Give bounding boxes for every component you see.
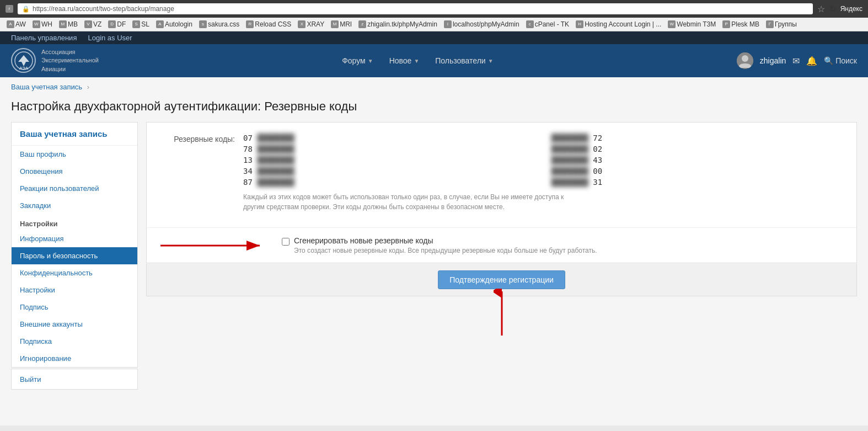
bookmark-aw[interactable]: AAW [4,19,28,29]
lock-icon: 🔒 [22,6,30,13]
bookmark-autologin[interactable]: AAutologin [154,19,195,29]
code-left-1: 78 ████████ [243,145,535,153]
bookmark-favicon-groups: Г [766,20,774,28]
sidebar-item-bookmarks[interactable]: Закладки [12,197,137,214]
bookmark-df[interactable]: DDF [106,19,128,29]
nav-users[interactable]: Пользователи ▼ [428,52,500,70]
breadcrumb: Ваша учетная запись › [0,77,868,97]
sidebar-item-ignore[interactable]: Игнорирование [12,350,137,367]
bookmark-mb[interactable]: MMB [57,19,80,29]
breadcrumb-account[interactable]: Ваша учетная запись [11,83,82,91]
nav-forum[interactable]: Форум ▼ [335,52,379,70]
bookmark-localhost[interactable]: llocalhost/phpMyAdmin [442,19,522,29]
site-nav: Форум ▼ Новое ▼ Пользователи ▼ [335,52,500,70]
bookmark-favicon-localhost: l [444,20,452,28]
sidebar: Ваша учетная запись Ваш профиль Оповещен… [11,122,138,390]
yandex-label: Яндекс [840,5,862,13]
svg-text:АЭА: АЭА [19,66,28,71]
bookmark-groups[interactable]: ГГруппы [764,19,799,29]
search-label[interactable]: 🔍 Поиск [824,56,857,65]
nav-users-arrow: ▼ [488,58,494,64]
svg-point-3 [742,55,748,62]
confirm-button[interactable]: Подтверждение регистрации [438,270,565,289]
bookmark-favicon-wh: W [33,20,40,28]
bookmark-wh[interactable]: WWH [30,19,55,29]
url-text: https://reaa.ru/account/two-step/backup/… [33,5,174,13]
bookmark-favicon-xray: X [298,20,306,28]
bookmark-phpmyadmin[interactable]: zzhigalin.tk/phpMyAdmin [356,19,440,29]
logo-text: Ассоциация Экспериментальной Авиации [41,48,99,73]
codes-note: Каждый из этих кодов может быть использо… [243,192,574,212]
bookmark-cpanel[interactable]: ccPanel - TK [524,19,571,29]
search-icon: 🔍 [824,56,833,65]
bookmark-mri[interactable]: MMRI [329,19,354,29]
bookmark-sl[interactable]: SSL [130,19,152,29]
bookmark-favicon-webmin: W [668,20,676,28]
codes-row: Резервные коды: 07 ████████ ████████ 72 [160,134,843,212]
bookmark-plesk[interactable]: PPlesk MB [720,19,762,29]
generate-desc: Это создаст новые резервные коды. Все пр… [294,247,597,254]
code-right-2: ████████ 43 [551,156,843,164]
main-layout: Ваша учетная запись Ваш профиль Оповещен… [0,122,868,401]
logout-link[interactable]: Выйти [20,375,41,384]
bookmark-sakura[interactable]: ssakura.css [197,19,242,29]
login-as-user-link[interactable]: Login as User [88,34,132,42]
bookmark-icon[interactable]: ☆ [817,4,825,14]
generate-text: Сгенерировать новые резервные коды Это с… [294,236,597,254]
sidebar-settings-title: Настройки [12,214,137,230]
codes-section: Резервные коды: 07 ████████ ████████ 72 [147,123,856,227]
sidebar-item-signature[interactable]: Подпись [12,299,137,316]
bookmark-xray[interactable]: XXRAY [296,19,326,29]
code-right-4: ████████ 31 [551,178,843,187]
code-right-3: ████████ 00 [551,167,843,175]
site-logo[interactable]: АЭА Ассоциация Экспериментальной Авиации [11,48,99,73]
site-favicon: r [6,5,13,13]
bookmark-favicon-sl: S [132,20,140,28]
bookmark-hosting[interactable]: HHosting Account Login | ... [574,19,663,29]
page-wrapper: Ваша учетная запись › Настройка двухфакт… [0,77,868,425]
generate-new-codes-checkbox[interactable] [282,238,290,246]
bookmark-vz[interactable]: VVZ [82,19,104,29]
codes-grid: 07 ████████ ████████ 72 78 ████████ ████… [243,134,843,187]
avatar[interactable] [737,52,753,69]
button-row: Подтверждение регистрации [146,264,857,296]
sidebar-item-external[interactable]: Внешние аккаунты [12,316,137,333]
sidebar-item-reactions[interactable]: Реакции пользователей [12,180,137,197]
bookmark-favicon-autologin: A [156,20,164,28]
sidebar-item-info[interactable]: Информация [12,230,137,247]
sidebar-item-notifications[interactable]: Оповещения [12,163,137,180]
refresh-icon[interactable]: ↻ [829,4,836,13]
bookmark-favicon-mri: M [331,20,339,28]
site-header: АЭА Ассоциация Экспериментальной Авиации… [0,44,868,77]
nav-new[interactable]: Новое ▼ [383,52,426,70]
bookmark-webmin[interactable]: WWebmin T3M [666,19,718,29]
sidebar-item-password[interactable]: Пароль и безопасность [12,247,137,264]
bookmarks-bar: AAW WWH MMB VVZ DDF SSL AAutologin ssaku… [0,18,868,31]
sidebar-item-privacy[interactable]: Конфиденциальность [12,264,137,281]
admin-bar: Панель управления Login as User [0,31,868,44]
bookmark-favicon-phpmyadmin: z [358,20,366,28]
codes-content: 07 ████████ ████████ 72 78 ████████ ████… [243,134,843,212]
bookmark-favicon-reload: R [246,20,254,28]
bookmark-favicon-mb: M [59,20,67,28]
sidebar-account-section: Ваша учетная запись Ваш профиль Оповещен… [11,122,138,368]
bookmark-favicon-df: D [108,20,116,28]
bookmark-reload[interactable]: RReload CSS [244,19,293,29]
page-title: Настройка двухфакторной аутентификации: … [0,97,868,122]
messages-icon[interactable]: ✉ [792,56,800,66]
header-right: zhigalin ✉ 🔔 🔍 Поиск [737,52,857,69]
code-right-1: ████████ 02 [551,145,843,153]
admin-panel-link[interactable]: Панель управления [11,34,77,42]
sidebar-item-subscription[interactable]: Подписка [12,333,137,350]
sidebar-item-settings[interactable]: Настройки [12,281,137,299]
sidebar-item-profile[interactable]: Ваш профиль [12,146,137,163]
username[interactable]: zhigalin [760,56,786,65]
content-panel: Резервные коды: 07 ████████ ████████ 72 [146,122,857,390]
nav-new-arrow: ▼ [414,58,419,64]
url-bar[interactable]: 🔒 https://reaa.ru/account/two-step/backu… [18,3,813,14]
codes-label: Резервные коды: [160,134,243,143]
generate-checkbox-container: Сгенерировать новые резервные коды Это с… [282,236,597,254]
backup-codes-box: Резервные коды: 07 ████████ ████████ 72 [146,122,857,263]
generate-section: Сгенерировать новые резервные коды Это с… [147,227,856,263]
notifications-icon[interactable]: 🔔 [806,56,817,66]
